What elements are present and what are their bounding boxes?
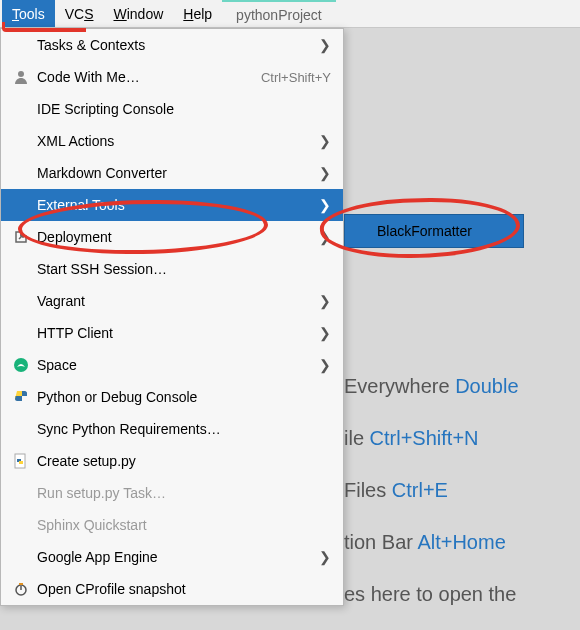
welcome-hints: Everywhere Double ile Ctrl+Shift+N Files…: [344, 360, 580, 620]
menu-vagrant[interactable]: Vagrant ❯: [1, 285, 343, 317]
python-icon: [9, 389, 33, 405]
chevron-right-icon: ❯: [317, 37, 331, 53]
chevron-right-icon: ❯: [317, 549, 331, 565]
project-name: pythonProject: [222, 0, 336, 27]
external-tools-submenu: BlackFormatter: [344, 214, 524, 248]
deploy-icon: [9, 229, 33, 245]
menu-create-setup[interactable]: Create setup.py: [1, 445, 343, 477]
menu-run-setup: Run setup.py Task…: [1, 477, 343, 509]
chevron-right-icon: ❯: [317, 325, 331, 341]
chevron-right-icon: ❯: [317, 133, 331, 149]
shortcut-label: Ctrl+Shift+Y: [261, 70, 331, 85]
menu-code-with-me[interactable]: Code With Me… Ctrl+Shift+Y: [1, 61, 343, 93]
menu-start-ssh[interactable]: Start SSH Session…: [1, 253, 343, 285]
menu-sphinx-quickstart: Sphinx Quickstart: [1, 509, 343, 541]
space-icon: [9, 357, 33, 373]
menu-http-client[interactable]: HTTP Client ❯: [1, 317, 343, 349]
tools-menu: Tasks & Contexts ❯ Code With Me… Ctrl+Sh…: [0, 28, 344, 606]
menu-google-app-engine[interactable]: Google App Engine ❯: [1, 541, 343, 573]
svg-rect-6: [19, 583, 23, 585]
python-file-icon: [9, 453, 33, 469]
menubar: Tools VCS Window Help pythonProject: [0, 0, 580, 28]
menu-tasks-contexts[interactable]: Tasks & Contexts ❯: [1, 29, 343, 61]
svg-rect-4: [19, 461, 23, 464]
menu-space[interactable]: Space ❯: [1, 349, 343, 381]
chevron-right-icon: ❯: [317, 229, 331, 245]
chevron-right-icon: ❯: [317, 165, 331, 181]
chevron-right-icon: ❯: [317, 357, 331, 373]
menu-external-tools[interactable]: External Tools ❯: [1, 189, 343, 221]
menubar-window[interactable]: Window: [103, 0, 173, 27]
chevron-right-icon: ❯: [317, 197, 331, 213]
menu-deployment[interactable]: Deployment ❯: [1, 221, 343, 253]
menu-markdown-converter[interactable]: Markdown Converter ❯: [1, 157, 343, 189]
menu-python-console[interactable]: Python or Debug Console: [1, 381, 343, 413]
menubar-tools[interactable]: Tools: [2, 0, 55, 27]
chevron-right-icon: ❯: [317, 293, 331, 309]
menu-open-cprofile[interactable]: Open CProfile snapshot: [1, 573, 343, 605]
submenu-blackformatter[interactable]: BlackFormatter: [345, 215, 523, 247]
menu-ide-scripting[interactable]: IDE Scripting Console: [1, 93, 343, 125]
menubar-help[interactable]: Help: [173, 0, 222, 27]
menu-xml-actions[interactable]: XML Actions ❯: [1, 125, 343, 157]
svg-point-0: [18, 71, 24, 77]
menubar-vcs[interactable]: VCS: [55, 0, 104, 27]
profiler-icon: [9, 581, 33, 597]
person-icon: [9, 69, 33, 85]
menu-sync-requirements[interactable]: Sync Python Requirements…: [1, 413, 343, 445]
